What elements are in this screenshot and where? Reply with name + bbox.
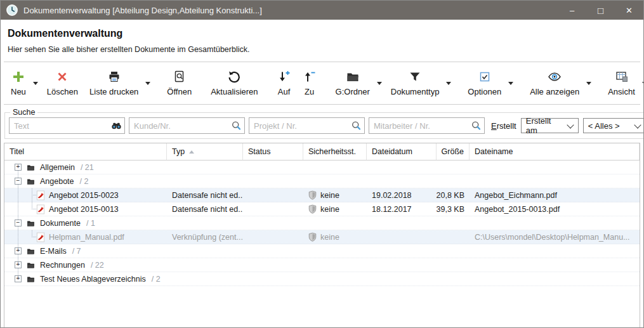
status-cell: [243, 161, 303, 174]
search-fields: [9, 117, 485, 134]
folder-doc-count: / 2: [152, 275, 161, 284]
column-header-label: Status: [248, 147, 270, 156]
toolbar-button-dokumenttyp[interactable]: Dokumenttyp: [385, 64, 445, 102]
search-field-projekt-nr: [249, 117, 365, 134]
titel-cell: +Allgemein/ 21: [4, 161, 167, 174]
dateidatum-cell: [367, 230, 437, 244]
status-cell: [243, 258, 303, 272]
toolbar-button-label: Dokumenttyp: [391, 87, 440, 96]
tree-folder-row[interactable]: +Test Neues Ablageverzeichnis/ 2: [4, 272, 640, 286]
folder-titel-content: +Rechnungen/ 22: [4, 261, 167, 270]
search-input-kunde-nr[interactable]: [129, 121, 244, 131]
tree-folder-row[interactable]: −Dokumente/ 1: [4, 216, 640, 230]
groesse-cell: [437, 174, 470, 188]
dropdown-caret-icon[interactable]: [445, 79, 452, 88]
folder-doc-count: / 1: [86, 219, 95, 228]
erstellt-field-value: Erstellt am: [526, 116, 563, 135]
column-header-typ[interactable]: Typ: [167, 143, 243, 160]
toolbar-button-auf[interactable]: Auf: [272, 64, 297, 102]
print-icon: [107, 70, 121, 84]
dateidatum-cell: [367, 216, 437, 230]
column-header-sicherheitsst[interactable]: Sicherheitsst.: [303, 143, 367, 160]
toolbar-button-label: Auf: [278, 87, 291, 96]
dropdown-caret-icon[interactable]: [376, 79, 383, 88]
shield-icon: [308, 190, 317, 200]
erstellt-range-select[interactable]: < Alles >: [583, 118, 644, 133]
toolbar-button-liste-drucken[interactable]: Liste drucken: [84, 64, 144, 102]
toolbar-button-zu[interactable]: Zu: [297, 64, 322, 102]
folder-icon: [25, 275, 36, 284]
toolbar-button-loschen[interactable]: Löschen: [41, 64, 84, 102]
pdf-file-icon: [36, 232, 45, 242]
document-title: Angebot 2015-0023: [49, 191, 119, 200]
toolbar-button-label: Zu: [305, 87, 314, 96]
toolbar-button-offnen[interactable]: Öffnen: [161, 64, 197, 102]
dateiname-value: C:\Users\mondel\Desktop\Helpman_Manu...: [475, 233, 630, 242]
column-header-grosse[interactable]: Größe: [437, 143, 470, 160]
folder-doc-count: / 2: [80, 177, 89, 186]
column-header-dateiname[interactable]: Dateiname: [470, 143, 640, 160]
sicherheit-value: keine: [320, 191, 339, 200]
toolbar-button-alle-anzeigen[interactable]: Alle anzeigen: [524, 64, 585, 102]
sicherheitsstufe-cell: [303, 272, 367, 285]
dropdown-caret-icon[interactable]: [641, 79, 644, 88]
dropdown-caret-icon[interactable]: [585, 79, 593, 88]
sicherheitsstufe-cell: [303, 258, 367, 272]
minimize-button[interactable]: –: [558, 1, 586, 20]
titel-cell: −Dokumente/ 1: [4, 216, 167, 230]
groesse-cell: [437, 230, 470, 244]
toolbar-button-g-ordner[interactable]: G:Ordner: [330, 64, 376, 102]
tree-expander[interactable]: +: [15, 164, 22, 171]
page-header: Dokumentenverwaltung Hier sehen Sie alle…: [4, 20, 640, 62]
column-header-status[interactable]: Status: [243, 143, 303, 160]
tree-folder-row[interactable]: −Angebote/ 2: [4, 174, 640, 188]
rows-list: +Allgemein/ 21−Angebote/ 2Angebot 2015-0…: [4, 161, 640, 286]
tree-expander[interactable]: +: [15, 247, 22, 254]
document-row[interactable]: Helpman_Manual.pdfVerknüpfung (zent...ke…: [4, 230, 640, 244]
toolbar-button-label: Ansicht: [608, 87, 635, 96]
erstellt-field-select[interactable]: Erstellt am: [521, 118, 579, 133]
typ-cell: [167, 244, 243, 258]
groesse-cell: [437, 216, 470, 230]
tree-expander[interactable]: −: [15, 220, 22, 226]
tree-expander[interactable]: +: [15, 275, 22, 282]
groesse-cell: [437, 161, 470, 174]
status-cell: [243, 202, 303, 216]
column-header-titel[interactable]: Titel: [4, 143, 167, 160]
titlebar[interactable]: Dokumentenverwaltung [Abteilung Design,A…: [1, 1, 643, 20]
tree-folder-row[interactable]: +Rechnungen/ 22: [4, 258, 640, 272]
status-cell: [243, 174, 303, 188]
document-row[interactable]: Angebot 2015-0023Datensafe nicht ed...ke…: [4, 188, 640, 202]
shield-icon: [308, 232, 317, 242]
folder-icon: [25, 177, 36, 186]
tree-expander[interactable]: −: [15, 178, 22, 185]
search-input-text[interactable]: [10, 121, 124, 131]
column-header-dateidatum[interactable]: Dateidatum: [367, 143, 437, 160]
folder-titel-content: −Dokumente/ 1: [4, 219, 167, 228]
dropdown-caret-icon[interactable]: [507, 79, 515, 88]
folder-titel-content: +Allgemein/ 21: [4, 163, 167, 172]
tree-folder-row[interactable]: +Allgemein/ 21: [4, 161, 640, 174]
toolbar-button-aktualisieren[interactable]: Aktualisieren: [205, 64, 263, 102]
magnifier-icon: [470, 120, 482, 132]
toolbar-button-neu[interactable]: Neu: [5, 64, 32, 102]
toolbar-button-optionen[interactable]: Optionen: [462, 64, 507, 102]
search-input-projekt-nr[interactable]: [249, 121, 364, 131]
window-content: Dokumentenverwaltung Hier sehen Sie alle…: [1, 20, 643, 328]
typ-cell: [167, 272, 243, 285]
tree-expander[interactable]: +: [15, 261, 22, 268]
dateidatum-cell: [367, 244, 437, 258]
folder-icon: [25, 247, 36, 256]
tree-folder-row[interactable]: +E-Mails/ 7: [4, 244, 640, 258]
eye-icon: [548, 70, 562, 84]
refresh-icon: [227, 70, 241, 84]
toolbar-button-ansicht[interactable]: Ansicht: [602, 64, 641, 102]
document-row[interactable]: Angebot 2015-0013Datensafe nicht ed...ke…: [4, 202, 640, 216]
dropdown-caret-icon[interactable]: [32, 79, 39, 88]
search-groupbox: Suche Erstellt Erstellt am < Alles >: [4, 108, 644, 139]
close-button[interactable]: ✕: [615, 1, 643, 20]
maximize-button[interactable]: □: [586, 1, 615, 20]
search-input-mitarbeiter-nr[interactable]: [369, 121, 484, 131]
document-title: Angebot 2015-0013: [49, 205, 119, 214]
dropdown-caret-icon[interactable]: [144, 79, 152, 88]
